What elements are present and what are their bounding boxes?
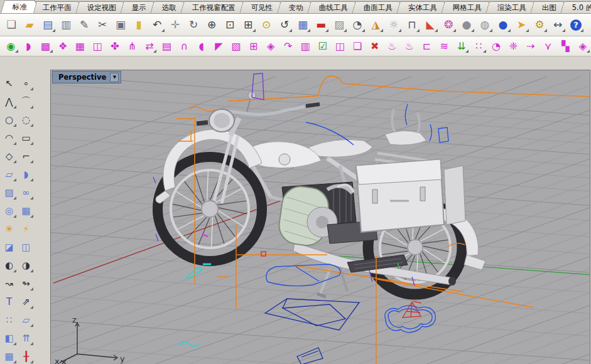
corner-curve-icon[interactable]: ⌐ — [18, 147, 35, 164]
solid-cube-icon[interactable]: ◧ — [1, 329, 18, 346]
smash-gear-icon[interactable]: ❈ — [505, 38, 522, 54]
ribbon-wave-icon[interactable]: ≋ — [436, 38, 453, 54]
osnap-shapes-icon[interactable]: ◮ — [367, 16, 384, 33]
bend-arch-icon[interactable]: ∩ — [176, 38, 193, 54]
box-icon[interactable]: ▧ — [1, 184, 18, 201]
offset-plus-icon[interactable]: ▧ — [228, 38, 245, 54]
edit-notes-icon[interactable]: ✎ — [75, 16, 93, 33]
stack-hand-icon[interactable]: ❏ — [349, 38, 366, 54]
spheres-icon[interactable]: ∞ — [18, 184, 35, 201]
save-icon[interactable]: ▤ — [39, 16, 57, 33]
rectangle-icon[interactable]: ▭ — [18, 129, 35, 146]
extrude-icon[interactable]: ⇈ — [18, 329, 35, 346]
paste-icon[interactable]: ▮ — [130, 16, 148, 33]
press-down-icon[interactable]: ⇊ — [453, 38, 470, 54]
lock-icon[interactable]: ⊓ — [403, 16, 421, 33]
boolean-diff-icon[interactable]: ◑ — [18, 257, 35, 274]
notification-arrow-icon[interactable]: ➤ — [512, 16, 530, 33]
zoom-extents-icon[interactable]: ⊞ — [239, 16, 257, 33]
arrow-points-icon[interactable]: ⇢ — [523, 38, 539, 54]
undo-icon[interactable]: ↶ — [148, 16, 166, 33]
help-icon[interactable]: ? — [567, 16, 585, 33]
tab-11[interactable]: 实体工具 — [396, 1, 447, 13]
torus-icon[interactable]: ◎ — [1, 202, 18, 219]
quad-split-icon[interactable]: ◫ — [332, 38, 349, 54]
tab-6[interactable]: 工作视窗配置 — [180, 1, 246, 13]
power-toggle-icon[interactable]: ◉ — [3, 38, 19, 54]
tab-1[interactable]: 标准 — [1, 0, 38, 13]
viewport-layout-icon[interactable]: ▦ — [294, 16, 312, 33]
tab-13[interactable]: 渲染工具 — [485, 1, 536, 13]
flow-along-curve-icon[interactable]: ↷ — [280, 38, 297, 54]
explode-icon[interactable]: ✳ — [1, 220, 18, 237]
point-icon[interactable]: ∘ — [18, 75, 35, 92]
zoom-selected-icon[interactable]: ⊙ — [258, 16, 275, 33]
circle-icon[interactable]: ○ — [1, 111, 18, 128]
tab-15[interactable]: 5.0 的新功能 — [560, 1, 591, 13]
lamp-icon[interactable]: ☼ — [385, 16, 403, 33]
blend-curve-icon[interactable]: ↝ — [1, 275, 18, 292]
polyline-icon[interactable]: ⋀ — [1, 93, 18, 110]
extend-curve-icon[interactable]: ↬ — [18, 275, 35, 292]
cage-edit-icon[interactable]: ▥ — [297, 38, 314, 54]
options-gear-icon[interactable]: ⚙ — [531, 16, 548, 33]
select-arrow-icon[interactable]: ↖ — [1, 75, 18, 92]
flash-explode-icon[interactable]: ⚡ — [18, 220, 35, 237]
heat-pipe-a-icon[interactable]: ♨ — [384, 38, 401, 54]
tab-9[interactable]: 曲线工具 — [307, 1, 358, 13]
render-pie-icon[interactable]: ◣ — [421, 16, 439, 33]
blob-copies-icon[interactable]: ❖ — [55, 38, 72, 54]
distribute-icon[interactable]: ∷ — [1, 311, 18, 328]
shrink-clamp-icon[interactable]: ⊏ — [418, 38, 435, 54]
twist-icon[interactable]: ◖ — [193, 38, 210, 54]
viewport-canvas[interactable]: z x y — [51, 70, 590, 364]
shear-plane-icon[interactable]: ▱ — [18, 311, 35, 328]
split-red-line-icon[interactable]: ╂ — [18, 348, 35, 364]
shaded-sphere-icon[interactable]: ● — [458, 16, 475, 33]
new-file-icon[interactable]: ❏ — [3, 16, 20, 33]
dimension-icon[interactable]: ↔ — [549, 16, 567, 33]
viewport-menu-arrow-icon[interactable]: ▼ — [110, 73, 119, 82]
array-grid-icon[interactable]: ▦ — [1, 348, 18, 364]
array-plus-icon[interactable]: ⊞ — [245, 38, 262, 54]
sphere-in-box-icon[interactable]: ◫ — [89, 38, 106, 54]
tab-3[interactable]: 设定视图 — [75, 1, 126, 13]
open-file-icon[interactable]: ▰ — [21, 16, 38, 33]
check-panel-icon[interactable]: ☑ — [315, 38, 332, 54]
set-view-dial-icon[interactable]: ◔ — [349, 16, 366, 33]
gem-box-icon[interactable]: ◈ — [263, 38, 279, 54]
replace-swap-icon[interactable]: ⇄ — [141, 38, 158, 54]
control-points-icon[interactable]: ▦ — [72, 38, 89, 54]
dot-grid-icon[interactable]: ∷ — [470, 38, 487, 54]
delete-points-icon[interactable]: ✖ — [366, 38, 383, 54]
perspective-viewport[interactable]: z x y Perspective ▼ — [50, 70, 590, 364]
text-icon[interactable]: T — [1, 293, 18, 310]
zoom-window-icon[interactable]: ⊡ — [221, 16, 239, 33]
checkerboard-icon[interactable]: ▚ — [557, 38, 574, 54]
named-view-car-icon[interactable]: ▬ — [312, 16, 330, 33]
ellipse-icon[interactable]: ◌ — [18, 111, 35, 128]
tab-12[interactable]: 网格工具 — [441, 1, 492, 13]
pan-view-icon[interactable]: ✛ — [166, 16, 184, 33]
render-sphere-icon[interactable]: ● — [494, 16, 512, 33]
boolean-union-icon[interactable]: ◐ — [1, 257, 18, 274]
tab-2[interactable]: 工作平面 — [31, 1, 82, 13]
surface-bend-icon[interactable]: ◗ — [18, 166, 35, 183]
ghosted-sphere-icon[interactable]: ◍ — [476, 16, 494, 33]
rotate-view-icon[interactable]: ↻ — [185, 16, 202, 33]
tab-10[interactable]: 曲面工具 — [352, 1, 403, 13]
flow-surface-icon[interactable]: ◗ — [20, 38, 37, 54]
split-icon[interactable]: ◫ — [18, 238, 35, 255]
heat-pipe-b-icon[interactable]: ♨ — [401, 38, 418, 54]
wishbone-split-icon[interactable]: ⋔ — [124, 38, 141, 54]
zoom-dynamic-icon[interactable]: ⊕ — [203, 16, 220, 33]
cut-icon[interactable]: ✂ — [94, 16, 111, 33]
polygon-icon[interactable]: ◇ — [1, 147, 18, 164]
plan-map-icon[interactable]: ▨ — [330, 16, 348, 33]
rotate-burst-icon[interactable]: ✤ — [107, 38, 124, 54]
move-copy-icon[interactable]: ⇗ — [18, 293, 35, 310]
color-wheel-icon[interactable]: ❂ — [440, 16, 457, 33]
print-icon[interactable]: ▥ — [57, 16, 75, 33]
curve-cp-icon[interactable]: ⌒ — [18, 93, 35, 110]
fan-array-icon[interactable]: ▤ — [158, 38, 175, 54]
